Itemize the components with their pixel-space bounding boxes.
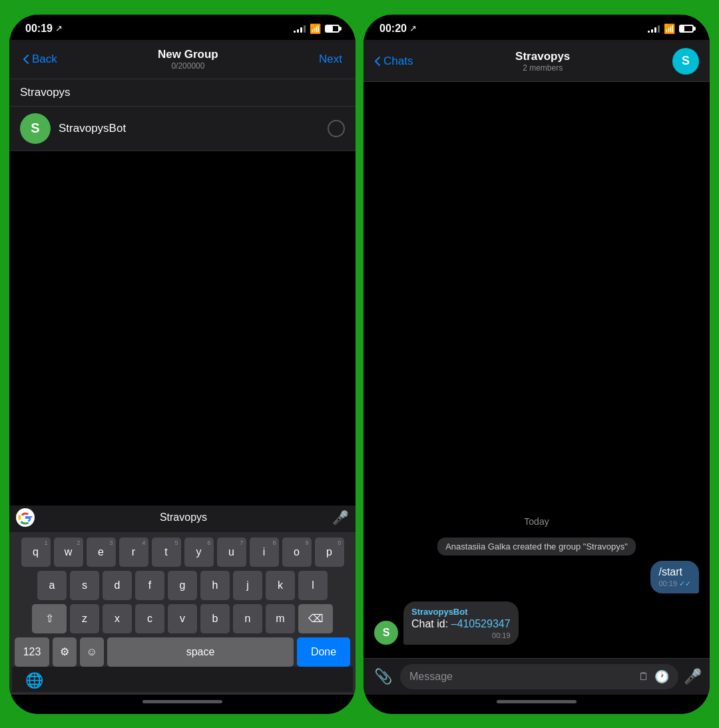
key-a[interactable]: a [37,571,67,600]
key-p[interactable]: 0p [315,538,344,567]
shift-key[interactable]: ⇧ [32,604,67,633]
key-123[interactable]: 123 [15,637,49,667]
outgoing-text: /start [658,566,691,578]
sticker-icon[interactable]: 🗒 [638,671,649,683]
right-time: 00:20 [379,23,407,35]
globe-bar: 🌐 [12,667,353,692]
system-message-wrapper: Anastasiia Galka created the group "Stra… [374,538,699,555]
chat-messages-area: Today Anastasiia Galka created the group… [363,82,710,658]
key-y[interactable]: 6y [184,538,214,567]
chat-avatar-letter: S [682,54,690,68]
chats-back-button[interactable]: Chats [374,55,413,68]
battery-icon [325,25,340,33]
key-n[interactable]: n [233,604,262,633]
key-m[interactable]: m [266,604,295,633]
key-h[interactable]: h [200,571,230,600]
message-placeholder: Message [409,671,453,683]
key-d[interactable]: d [103,571,132,600]
contact-item[interactable]: S StravopysBot [9,107,356,151]
chats-back-label: Chats [383,55,413,68]
avatar-letter: S [31,121,39,136]
attach-icon[interactable]: 📎 [371,665,395,688]
left-status-icons: 📶 [294,23,340,34]
key-b[interactable]: b [200,604,230,633]
key-c[interactable]: c [135,604,164,633]
contact-avatar: S [20,113,51,144]
left-phone-screen: 00:19 ↗ 📶 Back New Gro [9,15,356,714]
key-emoji[interactable]: ☺ [80,637,104,667]
right-signal-bars-icon [648,25,660,33]
key-r[interactable]: 4r [119,538,148,567]
outgoing-message-row: /start 00:19 ✓✓ [374,561,699,593]
keyboard-row-2: a s d f g h j k l [15,571,350,600]
key-v[interactable]: v [168,604,197,633]
chat-id-link: –410529347 [451,618,511,629]
chat-nav-center: Stravopys 2 members [418,50,667,73]
home-indicator [142,700,222,703]
voice-mic-icon[interactable]: 🎤 [684,668,702,685]
key-w[interactable]: 2w [54,538,83,567]
left-location-arrow: ↗ [55,23,63,33]
chat-input-bar: 📎 Message 🗒 🕐 🎤 [363,658,710,695]
key-q[interactable]: 1q [21,538,51,567]
message-input-icons: 🗒 🕐 [638,669,669,684]
back-label: Back [32,53,57,66]
backspace-key[interactable]: ⌫ [298,604,333,633]
globe-icon[interactable]: 🌐 [25,672,43,689]
contact-name: StravopysBot [59,122,328,135]
key-s[interactable]: s [70,571,99,600]
right-home-indicator [497,700,577,703]
incoming-text: Chat id: –410529347 [411,618,511,630]
chat-subtitle: 2 members [418,63,667,73]
left-home-indicator-bar [9,695,356,714]
clock-icon[interactable]: 🕐 [654,669,669,684]
key-j[interactable]: j [233,571,262,600]
nav-title: New Group [158,48,218,61]
key-settings[interactable]: ⚙ [53,637,77,667]
search-input[interactable] [20,86,345,99]
google-logo-icon [16,508,35,527]
key-g[interactable]: g [168,571,197,600]
message-input-area[interactable]: Message 🗒 🕐 [400,664,678,689]
nav-subtitle: 0/200000 [158,61,218,71]
right-phone-screen: 00:20 ↗ 📶 Chats Stravo [363,15,710,714]
keyboard-row-4: 123 ⚙ ☺ space Done [15,637,350,667]
microphone-icon[interactable]: 🎤 [332,510,349,526]
keyboard: 1q 2w 3e 4r 5t 6y 7u 8i 9o 0p a s d f [9,532,356,695]
right-home-indicator-bar [363,695,710,714]
chat-header-avatar[interactable]: S [672,48,699,75]
key-x[interactable]: x [103,604,132,633]
outgoing-time: 00:19 ✓✓ [658,579,691,588]
select-circle[interactable] [328,120,345,137]
left-time: 00:19 [25,23,53,35]
keyboard-suggestion-bar: Stravopys 🎤 [9,506,356,532]
chat-nav: Chats Stravopys 2 members S [363,40,710,82]
key-z[interactable]: z [70,604,99,633]
outgoing-bubble: /start 00:19 ✓✓ [650,561,699,593]
key-k[interactable]: k [266,571,295,600]
space-key[interactable]: space [107,637,294,667]
done-key[interactable]: Done [297,637,350,667]
new-group-nav: Back New Group 0/200000 Next [9,40,356,79]
key-t[interactable]: 5t [152,538,181,567]
right-status-bar: 00:20 ↗ 📶 [363,15,710,40]
date-separator: Today [374,516,699,527]
key-o[interactable]: 9o [282,538,312,567]
key-e[interactable]: 3e [87,538,116,567]
key-u[interactable]: 7u [217,538,246,567]
back-button[interactable]: Back [23,53,57,66]
signal-bars-icon [294,25,306,33]
right-battery-icon [679,25,694,33]
empty-space [9,151,356,506]
key-f[interactable]: f [135,571,164,600]
incoming-bubble: StravopysBot Chat id: –410529347 00:19 [403,601,519,645]
key-l[interactable]: l [298,571,328,600]
bot-avatar-letter: S [383,627,390,639]
nav-center: New Group 0/200000 [158,48,218,71]
keyboard-row-1: 1q 2w 3e 4r 5t 6y 7u 8i 9o 0p [15,538,350,567]
key-i[interactable]: 8i [250,538,279,567]
keyboard-suggestion-text: Stravopys [160,512,207,524]
next-button[interactable]: Next [319,53,342,66]
right-wifi-icon: 📶 [664,23,675,34]
keyboard-row-3: ⇧ z x c v b n m ⌫ [15,604,350,633]
